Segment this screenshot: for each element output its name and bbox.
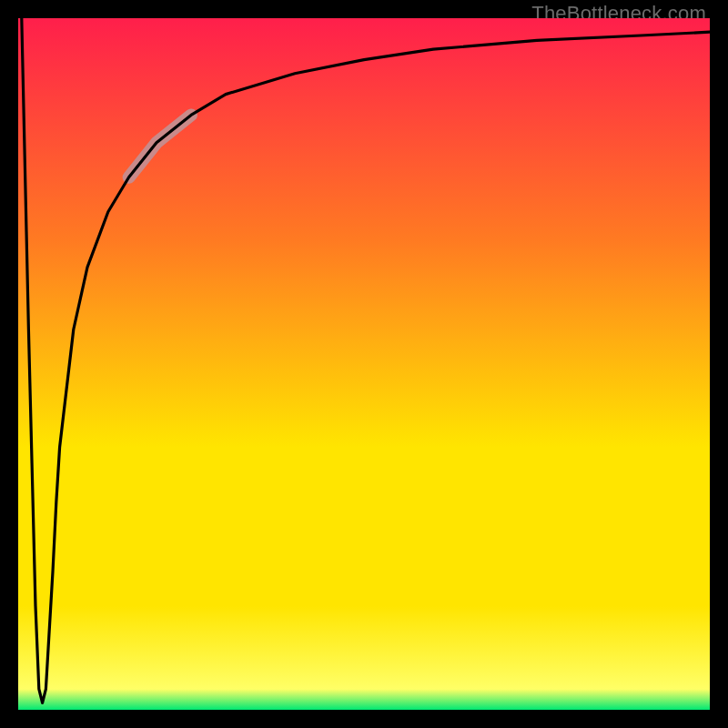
bottleneck-curve	[22, 18, 710, 703]
plot-area	[18, 18, 710, 710]
curve-highlight	[129, 115, 191, 177]
curve-layer	[18, 18, 710, 710]
chart-frame: TheBottleneck.com	[0, 0, 728, 728]
